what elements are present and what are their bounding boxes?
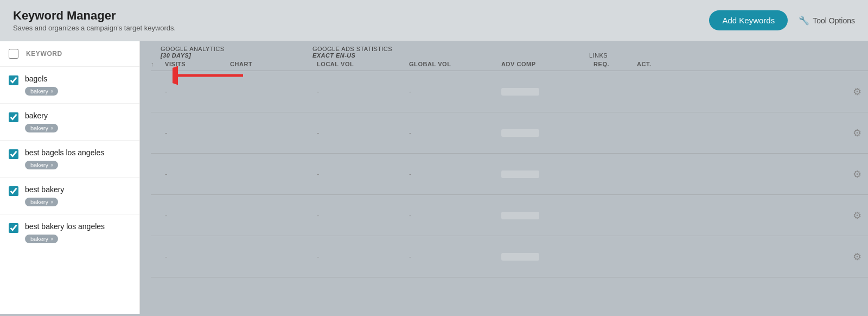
keyword-info-3: best bagels los angeles bakery × (25, 148, 104, 169)
list-item: bagels bakery × (0, 67, 139, 104)
sidebar-header: KEYWORD (0, 41, 139, 67)
remove-tag-4[interactable]: × (50, 199, 54, 205)
keyword-name-4: best bakery (25, 185, 64, 194)
content-area: KEYWORD bagels bakery × bakery (0, 41, 868, 314)
links-label: LINKS (589, 52, 608, 59)
keyword-checkbox-1[interactable] (9, 75, 18, 85)
gear-icon-5[interactable]: ⚙ (853, 251, 861, 263)
keyword-sidebar: KEYWORD bagels bakery × bakery (0, 41, 140, 314)
google-analytics-group: GOOGLE ANALYTICS [30 DAYS] (161, 46, 312, 59)
wrench-icon: 🔧 (799, 15, 809, 26)
keyword-tag-2: bakery × (25, 124, 58, 132)
google-ads-region: EXACT EN-US (312, 52, 355, 59)
keyword-checkbox-4[interactable] (9, 186, 18, 196)
table-row: - - - ⚙ (151, 71, 868, 112)
visits-cell-4: - (161, 211, 226, 219)
gear-icon-3[interactable]: ⚙ (853, 168, 861, 180)
local-vol-cell-3: - (312, 170, 405, 178)
links-group: LINKS (589, 52, 608, 59)
visits-column-header[interactable]: VISITS (161, 61, 226, 67)
keyword-column-label: KEYWORD (26, 50, 62, 58)
table-row: - - - ⚙ (151, 236, 868, 277)
keyword-tag-4: bakery × (25, 198, 58, 206)
keyword-name-2: bakery (25, 111, 58, 120)
adv-comp-bar-5 (501, 253, 539, 261)
page-subtitle: Saves and organizes a campaign's target … (13, 24, 176, 32)
local-vol-column-header[interactable]: LOCAL VOL (312, 61, 405, 67)
global-vol-cell-1: - (405, 87, 497, 96)
header-left: Keyword Manager Saves and organizes a ca… (13, 9, 176, 32)
keyword-name-3: best bagels los angeles (25, 148, 104, 157)
keyword-checkbox-5[interactable] (9, 223, 18, 233)
list-item: bakery bakery × (0, 104, 139, 141)
global-vol-cell-3: - (405, 170, 497, 178)
column-headers: GOOGLE ANALYTICS [30 DAYS] GOOGLE ADS ST… (140, 41, 868, 277)
local-vol-cell-5: - (312, 252, 405, 261)
remove-tag-2[interactable]: × (50, 125, 54, 131)
keyword-info-5: best bakery los angeles bakery × (25, 222, 105, 243)
keyword-info-2: bakery bakery × (25, 111, 58, 132)
visits-cell-1: - (161, 87, 226, 96)
act-column-header[interactable]: ACT. (633, 61, 676, 67)
google-ads-group: GOOGLE ADS STATISTICS EXACT EN-US (312, 46, 589, 59)
keyword-info-1: bagels bakery × (25, 74, 58, 96)
local-vol-cell-4: - (312, 211, 405, 219)
keyword-checkbox-3[interactable] (9, 149, 18, 159)
header: Keyword Manager Saves and organizes a ca… (0, 0, 868, 41)
adv-comp-bar-2 (501, 129, 539, 137)
gear-icon-2[interactable]: ⚙ (853, 127, 861, 139)
sort-column[interactable]: ↑ (151, 61, 161, 67)
tool-options-button[interactable]: 🔧 Tool Options (799, 15, 855, 26)
adv-comp-bar-4 (501, 212, 539, 219)
google-analytics-label: GOOGLE ANALYTICS [30 DAYS] (161, 46, 312, 59)
remove-tag-1[interactable]: × (50, 89, 54, 94)
header-right: Add Keywords 🔧 Tool Options (709, 10, 855, 30)
keyword-tag-5: bakery × (25, 235, 58, 243)
visits-cell-2: - (161, 129, 226, 137)
sort-up-icon: ↑ (151, 61, 154, 67)
page-wrapper: Keyword Manager Saves and organizes a ca… (0, 0, 868, 316)
tool-options-label: Tool Options (813, 16, 855, 25)
adv-comp-column-header[interactable]: ADV COMP (497, 61, 589, 67)
add-keywords-button[interactable]: Add Keywords (709, 10, 788, 30)
local-vol-cell-1: - (312, 87, 405, 96)
global-vol-cell-4: - (405, 211, 497, 219)
adv-comp-bar-3 (501, 170, 539, 178)
req-column-header[interactable]: REQ. (589, 61, 633, 67)
chart-column-header[interactable]: CHART (226, 61, 312, 67)
select-all-checkbox[interactable] (9, 49, 18, 59)
global-vol-cell-5: - (405, 252, 497, 261)
visits-cell-3: - (161, 170, 226, 178)
list-item: best bagels los angeles bakery × (0, 141, 139, 178)
visits-cell-5: - (161, 252, 226, 261)
adv-comp-bar-1 (501, 88, 539, 96)
global-vol-cell-2: - (405, 129, 497, 137)
keyword-name-5: best bakery los angeles (25, 222, 105, 231)
table-rows: - - - ⚙ - - - (151, 71, 868, 277)
google-analytics-period: [30 DAYS] (161, 52, 191, 59)
keyword-tag-3: bakery × (25, 161, 58, 169)
google-ads-label: GOOGLE ADS STATISTICS EXACT EN-US (312, 46, 589, 59)
remove-tag-5[interactable]: × (50, 236, 54, 242)
keyword-tag-1: bakery × (25, 87, 58, 96)
table-area: GOOGLE ANALYTICS [30 DAYS] GOOGLE ADS ST… (140, 41, 868, 314)
gear-icon-4[interactable]: ⚙ (853, 210, 861, 222)
list-item: best bakery los angeles bakery × (0, 214, 139, 251)
group-labels-row: GOOGLE ANALYTICS [30 DAYS] GOOGLE ADS ST… (151, 46, 868, 59)
table-row: - - - ⚙ (151, 154, 868, 195)
page-title: Keyword Manager (13, 9, 176, 23)
keyword-info-4: best bakery bakery × (25, 185, 64, 206)
keyword-name-1: bagels (25, 74, 58, 83)
gear-icon-1[interactable]: ⚙ (853, 86, 861, 98)
remove-tag-3[interactable]: × (50, 162, 54, 168)
local-vol-cell-2: - (312, 129, 405, 137)
table-row: - - - ⚙ (151, 195, 868, 236)
keyword-checkbox-2[interactable] (9, 112, 18, 122)
list-item: best bakery bakery × (0, 178, 139, 214)
global-vol-column-header[interactable]: GLOBAL VOL (405, 61, 497, 67)
column-names-row: ↑ VISITS CHART LOCAL VOL GLOBAL VOL ADV … (151, 61, 868, 71)
table-row: - - - ⚙ (151, 112, 868, 154)
